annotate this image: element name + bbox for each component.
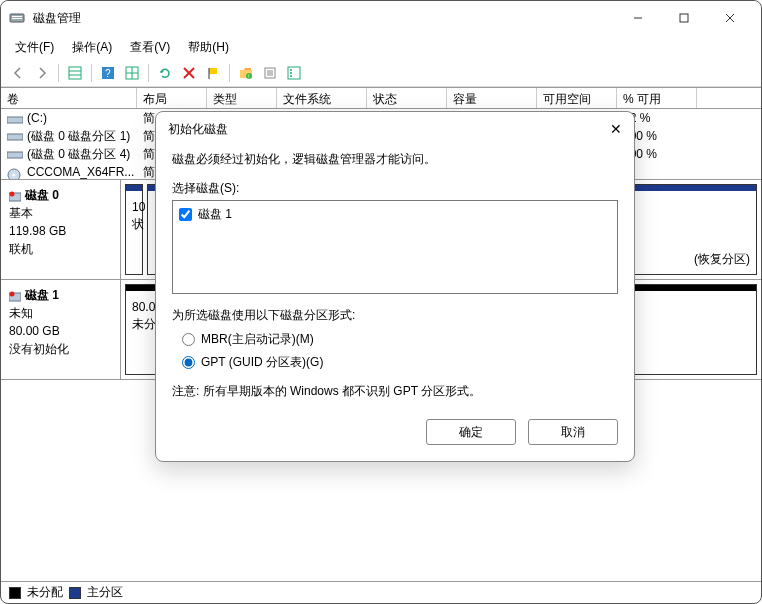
mbr-label: MBR(主启动记录)(M): [201, 330, 314, 349]
col-fs[interactable]: 文件系统: [277, 88, 367, 108]
volume-name: (C:): [27, 111, 47, 125]
gpt-label: GPT (GUID 分区表)(G): [201, 353, 323, 372]
drive-icon: [7, 114, 23, 124]
menu-help[interactable]: 帮助(H): [180, 36, 237, 59]
svg-rect-31: [7, 134, 23, 140]
svg-rect-1: [12, 16, 22, 17]
partition[interactable]: 10 状: [125, 184, 143, 275]
legend-swatch-unalloc: [9, 587, 21, 599]
partition-label: (恢复分区): [694, 251, 750, 268]
column-headers: 卷 布局 类型 文件系统 状态 容量 可用空间 % 可用: [1, 87, 761, 109]
back-button[interactable]: [7, 62, 29, 84]
initialize-disk-dialog: 初始化磁盘 ✕ 磁盘必须经过初始化，逻辑磁盘管理器才能访问。 选择磁盘(S): …: [155, 111, 635, 462]
gpt-option[interactable]: GPT (GUID 分区表)(G): [182, 353, 618, 372]
window-controls: [615, 3, 753, 33]
svg-rect-32: [7, 152, 23, 158]
minimize-button[interactable]: [615, 3, 661, 33]
gpt-radio[interactable]: [182, 356, 195, 369]
disc-icon: [7, 168, 23, 178]
svg-rect-7: [69, 67, 81, 79]
svg-rect-17: [209, 68, 217, 74]
svg-point-28: [290, 72, 292, 74]
separator: [58, 64, 59, 82]
titlebar[interactable]: 磁盘管理: [1, 1, 761, 35]
menubar: 文件(F) 操作(A) 查看(V) 帮助(H): [1, 35, 761, 59]
select-disk-label: 选择磁盘(S):: [172, 179, 618, 198]
disk-name: 磁盘 0: [25, 188, 59, 202]
dialog-titlebar[interactable]: 初始化磁盘 ✕: [156, 112, 634, 146]
disk-state: 联机: [9, 240, 112, 258]
disk-size: 80.00 GB: [9, 322, 112, 340]
drive-icon: [7, 149, 23, 159]
disk-kind: 未知: [9, 304, 112, 322]
dialog-close-button[interactable]: ✕: [610, 121, 622, 137]
settings-list-icon[interactable]: [283, 62, 305, 84]
menu-view[interactable]: 查看(V): [122, 36, 178, 59]
disk-option[interactable]: 磁盘 1: [179, 205, 611, 224]
disk-option-label: 磁盘 1: [198, 205, 232, 224]
svg-point-36: [10, 191, 15, 196]
refresh-icon[interactable]: [154, 62, 176, 84]
legend-label: 未分配: [27, 584, 63, 601]
drive-icon: [7, 131, 23, 141]
stripe: [126, 185, 142, 191]
legend: 未分配 主分区: [1, 581, 761, 603]
separator: [91, 64, 92, 82]
dialog-note: 注意: 所有早期版本的 Windows 都不识别 GPT 分区形式。: [172, 382, 618, 401]
disk-select-list[interactable]: 磁盘 1: [172, 200, 618, 294]
delete-icon[interactable]: [178, 62, 200, 84]
status-icon: [9, 190, 21, 202]
legend-swatch-primary: [69, 587, 81, 599]
disk-checkbox[interactable]: [179, 208, 192, 221]
dialog-title: 初始化磁盘: [168, 121, 610, 138]
toolbar: ? ↑: [1, 59, 761, 87]
svg-point-34: [13, 173, 16, 176]
maximize-button[interactable]: [661, 3, 707, 33]
disk-state: 没有初始化: [9, 340, 112, 358]
svg-rect-30: [7, 117, 23, 123]
disk-size: 119.98 GB: [9, 222, 112, 240]
volume-name: (磁盘 0 磁盘分区 1): [27, 129, 130, 143]
svg-point-29: [290, 75, 292, 77]
svg-rect-2: [12, 18, 22, 19]
partition-style-label: 为所选磁盘使用以下磁盘分区形式:: [172, 306, 618, 325]
folder-icon[interactable]: ↑: [235, 62, 257, 84]
disk-name: 磁盘 1: [25, 288, 59, 302]
col-layout[interactable]: 布局: [137, 88, 207, 108]
disk-info: 磁盘 0 基本 119.98 GB 联机: [1, 180, 121, 279]
flag-icon[interactable]: [202, 62, 224, 84]
menu-file[interactable]: 文件(F): [7, 36, 62, 59]
svg-point-27: [290, 69, 292, 71]
dialog-body: 磁盘必须经过初始化，逻辑磁盘管理器才能访问。 选择磁盘(S): 磁盘 1 为所选…: [156, 146, 634, 461]
disk-management-window: 磁盘管理 文件(F) 操作(A) 查看(V) 帮助(H) ? ↑ 卷 布局 类型…: [0, 0, 762, 604]
disk-info: 磁盘 1 未知 80.00 GB 没有初始化: [1, 280, 121, 379]
mbr-option[interactable]: MBR(主启动记录)(M): [182, 330, 618, 349]
col-free[interactable]: 可用空间: [537, 88, 617, 108]
view-grid-icon[interactable]: [121, 62, 143, 84]
col-capacity[interactable]: 容量: [447, 88, 537, 108]
menu-action[interactable]: 操作(A): [64, 36, 120, 59]
svg-rect-4: [680, 14, 688, 22]
volume-name: CCCOMA_X64FR...: [27, 165, 134, 179]
properties-icon[interactable]: [259, 62, 281, 84]
legend-label: 主分区: [87, 584, 123, 601]
separator: [229, 64, 230, 82]
svg-rect-26: [288, 67, 300, 79]
ok-button[interactable]: 确定: [426, 419, 516, 445]
status-icon: [9, 290, 21, 302]
cancel-button[interactable]: 取消: [528, 419, 618, 445]
col-status[interactable]: 状态: [367, 88, 447, 108]
forward-button[interactable]: [31, 62, 53, 84]
col-volume[interactable]: 卷: [1, 88, 137, 108]
volume-name: (磁盘 0 磁盘分区 4): [27, 147, 130, 161]
col-type[interactable]: 类型: [207, 88, 277, 108]
mbr-radio[interactable]: [182, 333, 195, 346]
disk-kind: 基本: [9, 204, 112, 222]
dialog-buttons: 确定 取消: [172, 419, 618, 445]
svg-point-38: [10, 291, 15, 296]
svg-text:↑: ↑: [247, 73, 250, 79]
view-list-icon[interactable]: [64, 62, 86, 84]
help-icon[interactable]: ?: [97, 62, 119, 84]
close-button[interactable]: [707, 3, 753, 33]
col-pctfree[interactable]: % 可用: [617, 88, 697, 108]
